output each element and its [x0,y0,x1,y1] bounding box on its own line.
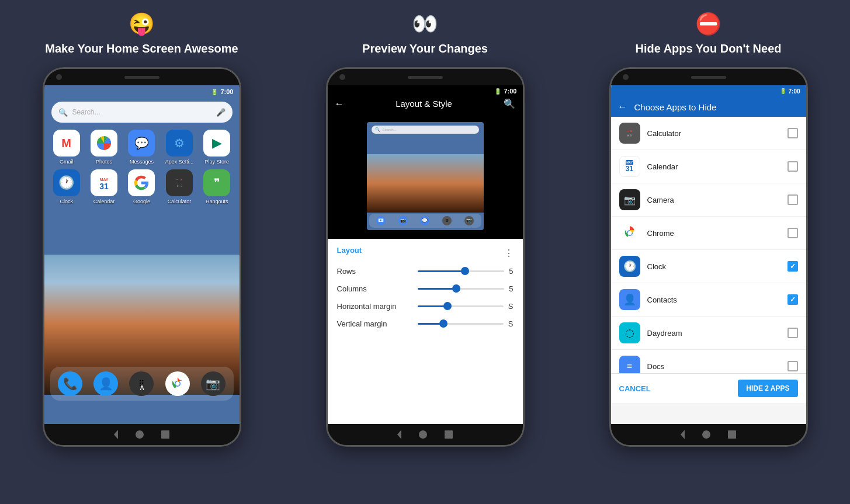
photos-icon [91,130,117,157]
camera-checkbox[interactable] [787,194,798,205]
messages-icon: 💬 [128,130,155,157]
apex-label: Apex Setti... [165,159,194,165]
feature-col-2: 👀 Preview Your Changes 🔋 7:00 ← Layout &… [283,12,567,447]
back-nav-btn[interactable] [114,430,118,439]
phone2-home-nav-btn[interactable] [419,430,427,439]
dock-camera-icon[interactable]: 📷 [201,371,225,396]
phone2-camera [339,74,345,80]
app-clock[interactable]: 🕐 Clock [50,169,83,204]
app-playstore[interactable]: ▶ Play Store [200,130,233,165]
clock-checkbox[interactable] [787,261,798,272]
app-messages[interactable]: 💬 Messages [125,130,158,165]
home-nav-btn[interactable] [136,430,144,439]
phone3-screen: 🔋 7:00 ← Choose Apps to Hide −× +÷ [611,85,806,424]
clock-list-icon: 🕐 [619,256,640,277]
more-options-icon[interactable]: ⋮ [504,248,514,259]
list-item-clock[interactable]: 🕐 Clock [611,250,806,283]
list-item-camera[interactable]: 📷 Camera [611,183,806,217]
hangouts-label: Hangouts [206,199,228,204]
calendar-checkbox[interactable] [787,161,798,172]
dock-chrome-icon[interactable] [165,371,190,396]
phone1-time: 7:00 [220,88,233,95]
playstore-label: Play Store [205,159,230,165]
phone3-back-nav-btn[interactable] [681,430,685,439]
phone3-recents-nav-btn[interactable] [728,430,736,439]
panel-section-title: Layout [337,246,362,255]
daydream-checkbox[interactable] [787,328,798,338]
panel-row-vmargin: Vertical margin S [337,319,514,328]
list-item-chrome[interactable]: Chrome [611,217,806,250]
messages-label: Messages [130,159,154,165]
app-calendar[interactable]: MAY 31 Calendar [88,169,120,204]
panel-row-rows: Rows 5 [337,266,514,276]
columns-slider-thumb[interactable] [452,284,460,293]
phone2-screen: 🔋 7:00 ← Layout & Style 🔍 🔍 Search... [328,85,523,424]
phone1-search-bar[interactable]: 🔍 Search... 🎤 [51,102,233,123]
columns-slider[interactable] [418,284,505,293]
contacts-list-icon: 👤 [619,289,640,310]
phone3-speaker [691,76,726,79]
feature3-title: Hide Apps You Don't Need [636,42,782,55]
app-calculator[interactable]: −× +÷ Calculator [163,169,196,204]
app-apex[interactable]: ⚙ Apex Setti... [163,130,196,165]
app-hangouts[interactable]: ❞ Hangouts [200,169,233,204]
phone2-panel: Layout ⋮ Rows 5 [328,239,523,424]
svg-point-1 [175,382,179,386]
app-photos[interactable]: Photos [88,130,120,165]
recents-nav-btn[interactable] [161,430,169,439]
phone1-top-bar [44,69,240,85]
hmargin-slider[interactable] [418,301,504,311]
clock-label: Clock [60,199,73,204]
list-item-calculator[interactable]: −× +÷ Calculator [611,117,806,150]
cancel-button[interactable]: CANCEL [619,384,651,393]
feature-col-1: 😜 Make Your Home Screen Awesome 🔋 7:00 🔍… [0,12,283,447]
phone2-search-icon[interactable]: 🔍 [504,98,515,109]
panel-row-hmargin: Horizontal margin S [337,301,514,311]
battery-icon: 🔋 [211,89,218,95]
list-item-contacts[interactable]: 👤 Contacts [611,283,806,317]
phone2-speaker [408,76,443,79]
calculator-checkbox[interactable] [787,128,798,138]
hangouts-icon: ❞ [203,169,230,196]
calculator-icon: −× +÷ [166,169,193,196]
phone3-home-nav-btn[interactable] [702,430,710,439]
phone2-recents-nav-btn[interactable] [445,430,453,439]
app-google[interactable]: Google [125,169,158,204]
vmargin-slider[interactable] [418,319,504,328]
phone3-back-icon[interactable]: ← [618,102,627,112]
chrome-list-icon [619,223,640,244]
rows-value: 5 [509,267,513,276]
calendar-icon: MAY 31 [91,169,117,196]
apex-icon: ⚙ [166,130,193,157]
hide-apps-button[interactable]: HIDE 2 APPS [738,380,797,397]
rows-label: Rows [337,267,413,276]
vmargin-label: Vertical margin [337,319,413,328]
dock-contacts-icon[interactable]: 👤 [93,371,118,396]
hmargin-slider-thumb[interactable] [443,302,452,310]
app-gmail[interactable]: M Gmail [50,130,83,165]
list-item-daydream[interactable]: ◌ Daydream [611,317,806,350]
dock-phone-icon[interactable]: 📞 [58,371,82,396]
playstore-icon: ▶ [203,130,230,157]
feature-col-3: ⛔ Hide Apps You Don't Need 🔋 7:00 ← Choo… [567,12,850,447]
phone2-battery-icon: 🔋 [494,88,501,95]
chevron-up-icon: ∧ [139,383,145,392]
phone2-back-nav-btn[interactable] [397,430,401,439]
contacts-checkbox[interactable] [787,294,798,305]
list-item-calendar[interactable]: MAY 31 Calendar [611,150,806,183]
phone2-status-bar: 🔋 7:00 [328,85,523,95]
rows-slider-thumb[interactable] [461,267,469,275]
docs-checkbox[interactable] [787,361,798,371]
calculator-label: Calculator [168,199,192,204]
phone3-footer: CANCEL HIDE 2 APPS [611,373,806,403]
rows-slider[interactable] [418,266,505,276]
docs-list-name: Docs [647,362,787,371]
svg-point-3 [627,231,632,235]
phone2-header: ← Layout & Style 🔍 [328,95,523,113]
phone2-bottom-bar [328,424,523,445]
vmargin-slider-thumb[interactable] [439,319,447,328]
daydream-list-name: Daydream [647,329,787,338]
phone1-status-bar: 🔋 7:00 [44,85,240,98]
back-arrow-icon[interactable]: ← [335,99,344,109]
chrome-checkbox[interactable] [787,228,798,238]
